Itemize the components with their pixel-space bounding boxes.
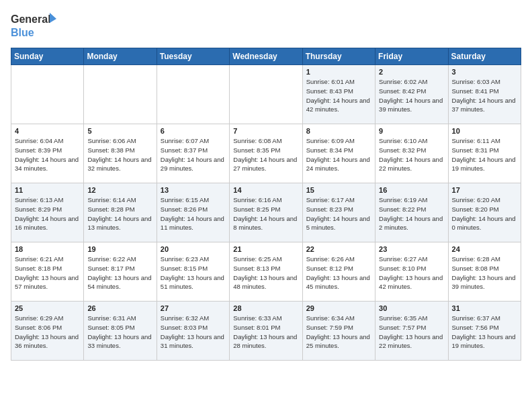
day-number: 9 <box>379 127 444 135</box>
calendar-cell: 10Sunrise: 6:11 AM Sunset: 8:31 PM Dayli… <box>448 124 521 183</box>
day-number: 6 <box>161 127 226 135</box>
day-info: Sunrise: 6:03 AM Sunset: 8:41 PM Dayligh… <box>452 77 517 114</box>
calendar-cell: 16Sunrise: 6:19 AM Sunset: 8:22 PM Dayli… <box>375 183 448 242</box>
calendar-cell: 15Sunrise: 6:17 AM Sunset: 8:23 PM Dayli… <box>302 183 375 242</box>
calendar-cell: 8Sunrise: 6:09 AM Sunset: 8:34 PM Daylig… <box>302 124 375 183</box>
calendar-cell: 12Sunrise: 6:14 AM Sunset: 8:28 PM Dayli… <box>84 183 157 242</box>
calendar-cell: 4Sunrise: 6:04 AM Sunset: 8:39 PM Daylig… <box>11 124 84 183</box>
day-number: 23 <box>379 245 444 253</box>
calendar-cell: 29Sunrise: 6:34 AM Sunset: 7:59 PM Dayli… <box>302 302 375 361</box>
calendar-cell: 30Sunrise: 6:35 AM Sunset: 7:57 PM Dayli… <box>375 302 448 361</box>
calendar-cell: 17Sunrise: 6:20 AM Sunset: 8:20 PM Dayli… <box>448 183 521 242</box>
day-info: Sunrise: 6:23 AM Sunset: 8:15 PM Dayligh… <box>161 255 226 291</box>
day-info: Sunrise: 6:31 AM Sunset: 8:05 PM Dayligh… <box>87 314 152 351</box>
day-info: Sunrise: 6:07 AM Sunset: 8:37 PM Dayligh… <box>161 136 226 173</box>
day-number: 30 <box>379 304 444 312</box>
calendar-cell: 20Sunrise: 6:23 AM Sunset: 8:15 PM Dayli… <box>157 242 229 302</box>
day-info: Sunrise: 6:28 AM Sunset: 8:08 PM Dayligh… <box>452 255 517 291</box>
calendar-cell: 1Sunrise: 6:01 AM Sunset: 8:43 PM Daylig… <box>302 65 375 124</box>
header-row: SundayMondayTuesdayWednesdayThursdayFrid… <box>11 48 521 65</box>
day-info: Sunrise: 6:21 AM Sunset: 8:18 PM Dayligh… <box>15 255 80 291</box>
day-info: Sunrise: 6:01 AM Sunset: 8:43 PM Dayligh… <box>306 77 371 114</box>
calendar-cell: 31Sunrise: 6:37 AM Sunset: 7:56 PM Dayli… <box>448 302 521 361</box>
calendar-cell: 13Sunrise: 6:15 AM Sunset: 8:26 PM Dayli… <box>157 183 229 242</box>
header-sunday: Sunday <box>11 48 84 65</box>
calendar-cell: 5Sunrise: 6:06 AM Sunset: 8:38 PM Daylig… <box>84 124 157 183</box>
day-info: Sunrise: 6:16 AM Sunset: 8:25 PM Dayligh… <box>233 195 298 232</box>
day-info: Sunrise: 6:32 AM Sunset: 8:03 PM Dayligh… <box>161 314 226 351</box>
calendar-cell: 3Sunrise: 6:03 AM Sunset: 8:41 PM Daylig… <box>448 65 521 124</box>
calendar-cell <box>84 65 157 124</box>
day-info: Sunrise: 6:02 AM Sunset: 8:42 PM Dayligh… <box>379 77 444 114</box>
day-info: Sunrise: 6:34 AM Sunset: 7:59 PM Dayligh… <box>306 314 371 351</box>
calendar-cell <box>230 65 302 124</box>
calendar-cell: 18Sunrise: 6:21 AM Sunset: 8:18 PM Dayli… <box>11 242 84 302</box>
day-info: Sunrise: 6:35 AM Sunset: 7:57 PM Dayligh… <box>379 314 444 351</box>
calendar-cell: 11Sunrise: 6:13 AM Sunset: 8:29 PM Dayli… <box>11 183 84 242</box>
header-saturday: Saturday <box>448 48 521 65</box>
day-number: 3 <box>452 68 517 76</box>
day-number: 15 <box>306 186 371 194</box>
calendar-cell: 6Sunrise: 6:07 AM Sunset: 8:37 PM Daylig… <box>157 124 229 183</box>
day-number: 20 <box>161 245 226 253</box>
calendar-cell: 14Sunrise: 6:16 AM Sunset: 8:25 PM Dayli… <box>230 183 302 242</box>
calendar-cell <box>11 65 84 124</box>
day-number: 5 <box>87 127 152 135</box>
calendar-cell: 28Sunrise: 6:33 AM Sunset: 8:01 PM Dayli… <box>230 302 302 361</box>
day-number: 13 <box>161 186 226 194</box>
header-tuesday: Tuesday <box>157 48 229 65</box>
day-info: Sunrise: 6:06 AM Sunset: 8:38 PM Dayligh… <box>87 136 152 173</box>
day-number: 31 <box>452 304 517 312</box>
day-info: Sunrise: 6:08 AM Sunset: 8:35 PM Dayligh… <box>233 136 298 173</box>
day-info: Sunrise: 6:09 AM Sunset: 8:34 PM Dayligh… <box>306 136 371 173</box>
day-info: Sunrise: 6:10 AM Sunset: 8:32 PM Dayligh… <box>379 136 444 173</box>
calendar-cell: 26Sunrise: 6:31 AM Sunset: 8:05 PM Dayli… <box>84 302 157 361</box>
day-number: 21 <box>233 245 298 253</box>
day-number: 11 <box>15 186 80 194</box>
svg-text:Blue: Blue <box>11 27 34 38</box>
calendar-cell: 21Sunrise: 6:25 AM Sunset: 8:13 PM Dayli… <box>230 242 302 302</box>
calendar-week-2: 11Sunrise: 6:13 AM Sunset: 8:29 PM Dayli… <box>11 183 521 242</box>
header-thursday: Thursday <box>302 48 375 65</box>
day-number: 27 <box>161 304 226 312</box>
day-number: 4 <box>15 127 80 135</box>
day-info: Sunrise: 6:33 AM Sunset: 8:01 PM Dayligh… <box>233 314 298 351</box>
day-number: 7 <box>233 127 298 135</box>
page-header: GeneralBlue <box>11 11 521 41</box>
day-number: 12 <box>87 186 152 194</box>
calendar-week-4: 25Sunrise: 6:29 AM Sunset: 8:06 PM Dayli… <box>11 302 521 361</box>
day-number: 8 <box>306 127 371 135</box>
calendar-cell: 7Sunrise: 6:08 AM Sunset: 8:35 PM Daylig… <box>230 124 302 183</box>
header-wednesday: Wednesday <box>230 48 302 65</box>
day-number: 1 <box>306 68 371 76</box>
calendar-cell: 22Sunrise: 6:26 AM Sunset: 8:12 PM Dayli… <box>302 242 375 302</box>
calendar-cell: 25Sunrise: 6:29 AM Sunset: 8:06 PM Dayli… <box>11 302 84 361</box>
calendar-cell: 2Sunrise: 6:02 AM Sunset: 8:42 PM Daylig… <box>375 65 448 124</box>
day-info: Sunrise: 6:04 AM Sunset: 8:39 PM Dayligh… <box>15 136 80 173</box>
svg-text:General: General <box>11 13 51 25</box>
calendar-week-1: 4Sunrise: 6:04 AM Sunset: 8:39 PM Daylig… <box>11 124 521 183</box>
day-number: 2 <box>379 68 444 76</box>
day-info: Sunrise: 6:37 AM Sunset: 7:56 PM Dayligh… <box>452 314 517 351</box>
day-info: Sunrise: 6:26 AM Sunset: 8:12 PM Dayligh… <box>306 255 371 291</box>
calendar-table: SundayMondayTuesdayWednesdayThursdayFrid… <box>11 48 521 361</box>
calendar-week-0: 1Sunrise: 6:01 AM Sunset: 8:43 PM Daylig… <box>11 65 521 124</box>
calendar-cell: 9Sunrise: 6:10 AM Sunset: 8:32 PM Daylig… <box>375 124 448 183</box>
calendar-cell: 19Sunrise: 6:22 AM Sunset: 8:17 PM Dayli… <box>84 242 157 302</box>
day-info: Sunrise: 6:20 AM Sunset: 8:20 PM Dayligh… <box>452 195 517 232</box>
calendar-body: 1Sunrise: 6:01 AM Sunset: 8:43 PM Daylig… <box>11 65 521 361</box>
day-info: Sunrise: 6:11 AM Sunset: 8:31 PM Dayligh… <box>452 136 517 173</box>
day-number: 17 <box>452 186 517 194</box>
day-number: 19 <box>87 245 152 253</box>
day-info: Sunrise: 6:13 AM Sunset: 8:29 PM Dayligh… <box>15 195 80 232</box>
calendar-cell: 24Sunrise: 6:28 AM Sunset: 8:08 PM Dayli… <box>448 242 521 302</box>
day-info: Sunrise: 6:15 AM Sunset: 8:26 PM Dayligh… <box>161 195 226 232</box>
calendar-cell <box>157 65 229 124</box>
day-number: 10 <box>452 127 517 135</box>
day-number: 16 <box>379 186 444 194</box>
day-info: Sunrise: 6:25 AM Sunset: 8:13 PM Dayligh… <box>233 255 298 291</box>
day-number: 28 <box>233 304 298 312</box>
day-number: 24 <box>452 245 517 253</box>
calendar-cell: 23Sunrise: 6:27 AM Sunset: 8:10 PM Dayli… <box>375 242 448 302</box>
calendar-cell: 27Sunrise: 6:32 AM Sunset: 8:03 PM Dayli… <box>157 302 229 361</box>
